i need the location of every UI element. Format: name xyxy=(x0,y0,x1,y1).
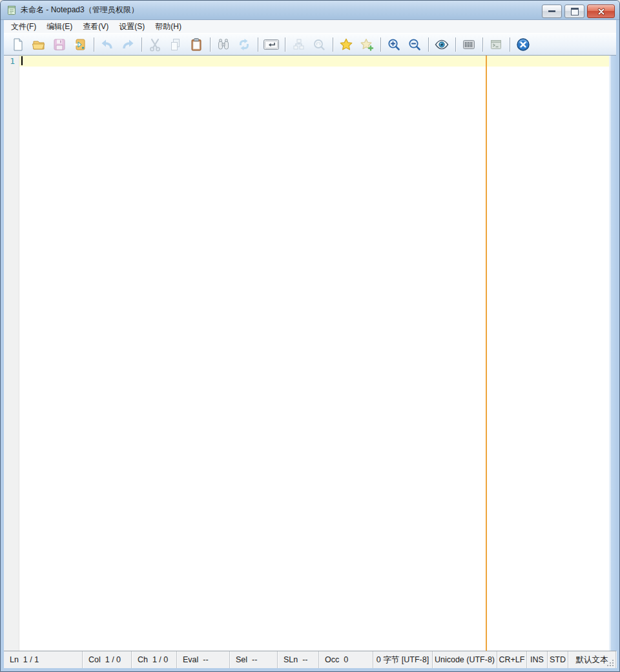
cut-icon xyxy=(147,37,163,52)
cut-button[interactable] xyxy=(146,36,164,54)
menu-bar: 文件(F) 编辑(E) 查看(V) 设置(S) 帮助(H) xyxy=(4,20,616,33)
text-area[interactable] xyxy=(19,56,609,651)
maximize-button[interactable] xyxy=(564,5,584,18)
text-caret xyxy=(21,56,23,65)
browse-files-icon xyxy=(72,37,88,52)
status-selection[interactable]: Sel -- xyxy=(230,651,278,668)
folding-icon xyxy=(291,37,306,52)
status-character[interactable]: Ch 1 / 0 xyxy=(132,651,177,668)
menu-help[interactable]: 帮助(H) xyxy=(150,20,187,34)
find-button[interactable] xyxy=(214,36,232,54)
toolbar-separator xyxy=(210,37,211,52)
zoom-out-icon xyxy=(407,37,422,52)
status-encoding[interactable]: Unicode (UTF-8) xyxy=(433,651,497,668)
zoom-selection-button[interactable] xyxy=(310,36,328,54)
paste-button[interactable] xyxy=(187,36,205,54)
vertical-scrollbar-track[interactable] xyxy=(609,56,616,651)
window-controls xyxy=(542,5,615,18)
menu-edit[interactable]: 编辑(E) xyxy=(41,20,78,34)
status-scheme[interactable]: 默认文本 xyxy=(568,651,616,668)
favorites-button[interactable] xyxy=(337,36,355,54)
zoom-selection-icon xyxy=(311,37,327,52)
redo-button[interactable] xyxy=(119,36,137,54)
redo-icon xyxy=(120,37,136,52)
exit-button[interactable] xyxy=(514,36,532,54)
toolbar-separator xyxy=(258,37,258,52)
close-icon xyxy=(597,8,606,16)
toolbar-separator xyxy=(455,37,456,52)
console-icon xyxy=(488,37,504,52)
toolbar-separator xyxy=(285,37,285,52)
scheme-settings-icon xyxy=(461,37,477,52)
status-file-size[interactable]: 0 字节 [UTF-8] xyxy=(373,651,433,668)
view-eye-icon xyxy=(434,37,450,52)
notepad3-window: 未命名 - Notepad3（管理员权限） 文件(F) 编辑(E) 查看(V) … xyxy=(0,0,620,672)
zoom-out-button[interactable] xyxy=(406,36,424,54)
undo-button[interactable] xyxy=(98,36,116,54)
current-line-highlight xyxy=(19,56,609,67)
open-folder-icon xyxy=(31,37,46,52)
menu-settings[interactable]: 设置(S) xyxy=(114,20,150,34)
add-favorite-icon xyxy=(359,37,375,52)
toolbar-separator xyxy=(510,37,510,52)
status-std-mode[interactable]: STD xyxy=(548,651,568,668)
minimize-icon xyxy=(548,10,555,12)
view-toggle-button[interactable] xyxy=(433,36,451,54)
browse-files-button[interactable] xyxy=(71,36,89,54)
copy-button[interactable] xyxy=(167,36,185,54)
status-selected-lines[interactable]: SLn -- xyxy=(278,651,319,668)
toolbar xyxy=(4,33,616,56)
window-title: 未命名 - Notepad3（管理员权限） xyxy=(21,5,139,16)
status-bar: Ln 1 / 1 Col 1 / 0 Ch 1 / 0 Eval -- Sel … xyxy=(4,651,616,668)
line-number: 1 xyxy=(4,56,19,67)
status-insert-mode[interactable]: INS xyxy=(527,651,548,668)
replace-icon xyxy=(236,37,252,52)
status-eol-mode[interactable]: CR+LF xyxy=(497,651,527,668)
window-frame: 文件(F) 编辑(E) 查看(V) 设置(S) 帮助(H) xyxy=(1,20,619,671)
folding-button[interactable] xyxy=(289,36,307,54)
add-favorite-button[interactable] xyxy=(358,36,376,54)
long-line-marker xyxy=(486,56,487,651)
status-line[interactable]: Ln 1 / 1 xyxy=(4,651,83,668)
zoom-in-icon xyxy=(386,37,402,52)
word-wrap-icon xyxy=(262,37,280,52)
console-button[interactable] xyxy=(487,36,505,54)
toolbar-separator xyxy=(482,37,483,52)
title-bar: 未命名 - Notepad3（管理员权限） xyxy=(1,1,619,20)
menu-file[interactable]: 文件(F) xyxy=(6,20,41,34)
save-icon xyxy=(52,37,67,52)
maximize-icon xyxy=(571,8,579,16)
toolbar-separator xyxy=(94,37,94,52)
status-column[interactable]: Col 1 / 0 xyxy=(83,651,132,668)
toolbar-separator xyxy=(428,37,429,52)
exit-icon xyxy=(515,37,531,52)
line-number-margin[interactable]: 1 xyxy=(4,56,19,651)
undo-icon xyxy=(99,37,115,52)
replace-button[interactable] xyxy=(235,36,253,54)
word-wrap-button[interactable] xyxy=(262,36,280,54)
paste-icon xyxy=(189,37,204,52)
resize-grip[interactable] xyxy=(606,658,614,667)
status-occurrences[interactable]: Occ 0 xyxy=(319,651,373,668)
toolbar-separator xyxy=(141,37,142,52)
new-file-button[interactable] xyxy=(9,36,27,54)
copy-icon xyxy=(168,37,183,52)
toolbar-separator xyxy=(380,37,381,52)
editor-area: 1 xyxy=(4,56,616,651)
minimize-button[interactable] xyxy=(542,5,562,18)
status-eval[interactable]: Eval -- xyxy=(177,651,230,668)
save-button[interactable] xyxy=(50,36,68,54)
notepad-icon[interactable] xyxy=(6,5,17,16)
status-scheme-label: 默认文本 xyxy=(576,655,608,666)
toolbar-separator xyxy=(333,37,333,52)
favorites-star-icon xyxy=(338,37,354,52)
new-file-icon xyxy=(10,37,26,52)
zoom-in-button[interactable] xyxy=(385,36,403,54)
menu-view[interactable]: 查看(V) xyxy=(78,20,114,34)
find-icon xyxy=(216,37,231,52)
close-button[interactable] xyxy=(587,5,615,18)
open-file-button[interactable] xyxy=(30,36,48,54)
scheme-settings-button[interactable] xyxy=(460,36,478,54)
